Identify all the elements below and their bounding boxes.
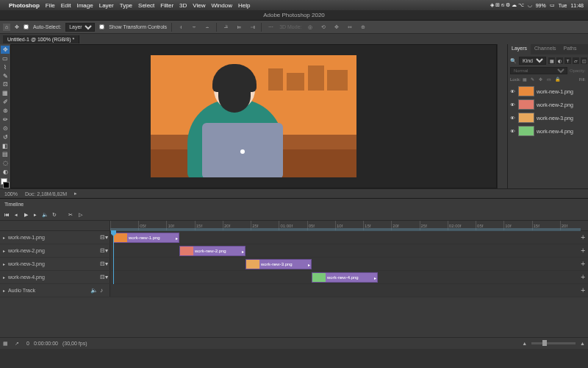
crop-tool[interactable]: ⊡ <box>1 81 10 89</box>
add-media-icon[interactable]: + <box>581 260 585 268</box>
visibility-icon[interactable]: 👁 <box>510 102 516 107</box>
visibility-icon[interactable]: 👁 <box>510 116 516 121</box>
color-swatches[interactable] <box>1 178 10 188</box>
track-menu-icon[interactable]: ⊟▾ <box>100 274 107 280</box>
collapsed-panels[interactable] <box>497 44 507 188</box>
loop-icon[interactable]: ↻ <box>51 211 58 219</box>
filter-smart-icon[interactable]: ◫ <box>581 57 587 64</box>
visibility-icon[interactable]: 👁 <box>510 129 516 134</box>
frame-tool[interactable]: ▦ <box>1 89 10 97</box>
track-menu-icon[interactable]: ⊟▾ <box>100 247 107 254</box>
clip-menu-icon[interactable]: ▸ <box>308 262 310 267</box>
auto-select-dropdown[interactable]: Layer <box>65 23 95 32</box>
track-expand-icon[interactable]: ▸ <box>3 288 5 293</box>
align-bottom-icon[interactable]: ⫣ <box>248 23 257 32</box>
add-media-icon[interactable]: + <box>581 247 585 255</box>
menu-view[interactable]: View <box>193 2 205 9</box>
stamp-tool[interactable]: ⊙ <box>1 124 10 132</box>
timeline-clip[interactable]: work-new-1.png ▸ <box>113 233 179 243</box>
status-arrow-icon[interactable]: ▸ <box>74 191 77 197</box>
history-brush-tool[interactable]: ↺ <box>1 133 10 141</box>
track-expand-icon[interactable]: ▸ <box>3 261 5 266</box>
quick-select-tool[interactable]: ✎ <box>1 72 10 80</box>
filter-type-icon[interactable]: T <box>564 57 571 64</box>
playhead[interactable] <box>113 231 114 284</box>
add-audio-icon[interactable]: + <box>581 286 585 294</box>
distribute-icon[interactable]: ⋯ <box>266 23 275 32</box>
track-expand-icon[interactable]: ▸ <box>3 235 5 240</box>
marquee-tool[interactable]: ▭ <box>1 54 10 63</box>
goto-first-icon[interactable]: ⏮ <box>3 211 10 219</box>
timeline-clip[interactable]: work-new-3.png ▸ <box>245 259 312 269</box>
tab-channels[interactable]: Channels <box>531 44 560 54</box>
document-tab[interactable]: Untitled-1 @ 100% (RGB/8) * <box>3 35 79 43</box>
blur-tool[interactable]: ◌ <box>1 159 10 167</box>
transition-icon[interactable]: ▷ <box>76 211 84 219</box>
layer-thumbnail[interactable] <box>518 113 534 123</box>
menu-image[interactable]: Image <box>76 2 93 9</box>
gradient-tool[interactable]: ▤ <box>1 151 10 159</box>
home-icon[interactable]: ⌂ <box>3 24 10 31</box>
add-media-icon[interactable]: + <box>581 233 585 241</box>
menu-file[interactable]: File <box>46 2 55 9</box>
canvas[interactable] <box>151 55 356 177</box>
menu-layer[interactable]: Layer <box>99 2 114 9</box>
current-time[interactable]: 0:00:00:00 <box>34 341 58 346</box>
align-top-icon[interactable]: ⫡ <box>221 23 230 32</box>
blend-mode-dropdown[interactable]: Normal <box>510 67 567 74</box>
add-media-icon[interactable]: + <box>581 273 585 281</box>
3d-slide-icon[interactable]: ⇔ <box>345 23 354 32</box>
doc-size[interactable]: Doc: 2,18M/8,82M <box>25 191 67 197</box>
eyedropper-tool[interactable]: ✐ <box>1 98 10 106</box>
kind-filter[interactable]: Kind <box>519 57 546 65</box>
menu-filter[interactable]: Filter <box>160 2 173 9</box>
frame-animation-icon[interactable]: ▦ <box>3 341 10 347</box>
timeline-ruler[interactable]: 05f10f15f20f25f01:00f05f10f15f20f25f02:0… <box>0 221 588 231</box>
filter-adjust-icon[interactable]: ◐ <box>556 57 563 64</box>
menu-type[interactable]: Type <box>120 2 132 9</box>
menu-window[interactable]: Window <box>212 2 232 9</box>
track-expand-icon[interactable]: ▸ <box>3 275 5 280</box>
align-right-icon[interactable]: ⫠ <box>203 23 212 32</box>
menu-select[interactable]: Select <box>138 2 154 9</box>
menu-edit[interactable]: Edit <box>61 2 71 9</box>
visibility-icon[interactable]: 👁 <box>510 89 516 94</box>
brush-tool[interactable]: ✏ <box>1 116 10 124</box>
3d-orbit-icon[interactable]: ◎ <box>306 23 315 32</box>
3d-pan-icon[interactable]: ✥ <box>332 23 341 32</box>
3d-zoom-icon[interactable]: ⊕ <box>359 23 368 32</box>
clip-menu-icon[interactable]: ▸ <box>176 236 178 241</box>
fps-label[interactable]: (30,00 fps) <box>62 341 87 346</box>
clip-menu-icon[interactable]: ▸ <box>242 249 244 254</box>
canvas-area[interactable] <box>10 44 497 188</box>
lasso-tool[interactable]: ⌇ <box>1 63 10 71</box>
filter-pixel-icon[interactable]: ▩ <box>548 57 555 64</box>
align-middle-icon[interactable]: ⫢ <box>234 23 243 32</box>
filter-shape-icon[interactable]: ▱ <box>573 57 579 64</box>
3d-roll-icon[interactable]: ⟲ <box>319 23 328 32</box>
align-left-icon[interactable]: ⫞ <box>176 23 185 32</box>
clip-menu-icon[interactable]: ▸ <box>374 275 376 280</box>
layer-item[interactable]: 👁 work-new-3.png <box>510 111 586 124</box>
menu-help[interactable]: Help <box>238 2 250 9</box>
lock-artboard-icon[interactable]: ▭ <box>547 77 553 82</box>
app-name[interactable]: Photoshop <box>9 2 40 9</box>
eraser-tool[interactable]: ◧ <box>1 142 10 150</box>
render-icon[interactable]: ↗ <box>15 341 22 347</box>
move-tool[interactable]: ✥ <box>1 46 10 54</box>
layer-item[interactable]: 👁 work-new-2.png <box>510 98 586 111</box>
zoom-level[interactable]: 100% <box>4 191 18 197</box>
timeline-clip[interactable]: work-new-2.png ▸ <box>179 246 245 256</box>
play-icon[interactable]: ▶ <box>22 211 29 219</box>
zoom-in-icon[interactable]: ▲ <box>580 341 585 346</box>
timeline-clip[interactable]: work-new-4.png ▸ <box>312 272 378 283</box>
layer-thumbnail[interactable] <box>518 86 534 96</box>
audio-speaker-icon[interactable]: 🔈 <box>90 287 97 294</box>
tab-paths[interactable]: Paths <box>560 44 581 54</box>
layer-thumbnail[interactable] <box>518 126 534 136</box>
track-menu-icon[interactable]: ⊟▾ <box>100 261 107 267</box>
audio-mute-icon[interactable]: 🔈 <box>41 211 49 219</box>
dodge-tool[interactable]: ◐ <box>1 168 10 176</box>
timeline-tab[interactable]: Timeline <box>0 200 28 208</box>
healing-tool[interactable]: ⊛ <box>1 107 10 115</box>
